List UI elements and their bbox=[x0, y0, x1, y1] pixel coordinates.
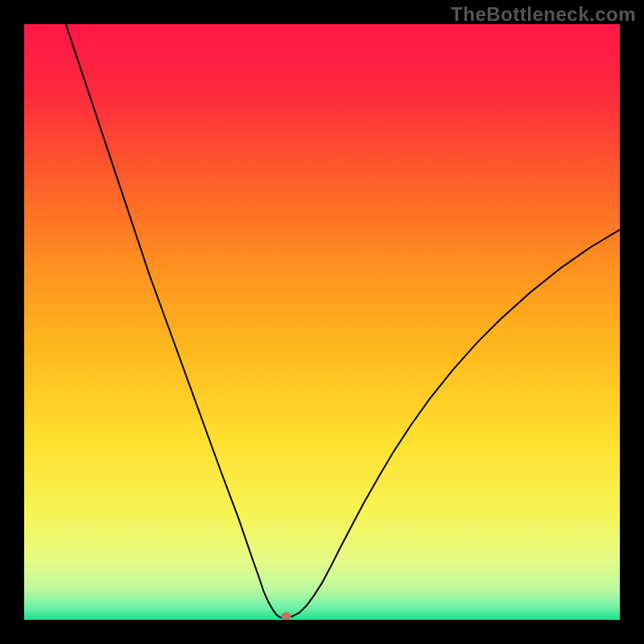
bottleneck-chart bbox=[24, 24, 620, 620]
plot-area bbox=[24, 24, 620, 620]
gradient-background bbox=[24, 24, 620, 620]
chart-frame: TheBottleneck.com bbox=[0, 0, 644, 644]
watermark-text: TheBottleneck.com bbox=[451, 3, 636, 26]
